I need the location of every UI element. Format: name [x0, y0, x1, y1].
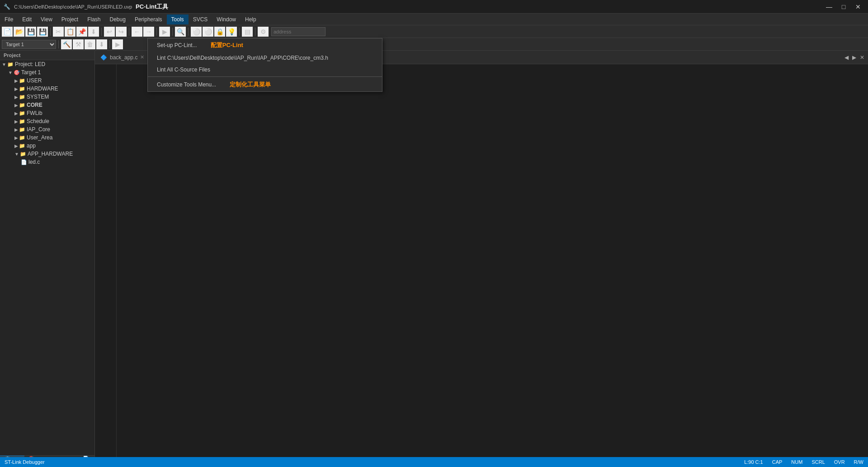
tree-item-user[interactable]: ▶📁USER: [0, 76, 94, 85]
redo-button[interactable]: ↪: [116, 27, 127, 37]
menu-view[interactable]: View: [36, 14, 57, 24]
lint-all-item[interactable]: Lint All C-Source Files: [148, 64, 382, 76]
toolbar1: 📄 📂 💾 💾 ✂ 📋 📌 ⬇ ↩ ↪ ← → ▶ 🔍 ⚪ ⚪ 🔒 💡 ▤ ⚙: [0, 25, 868, 38]
menu-tools[interactable]: Tools: [167, 14, 189, 24]
sep2: [101, 28, 102, 36]
tree-item-target-1[interactable]: ▼🎯Target 1: [0, 68, 94, 76]
start-debug-button[interactable]: ▶: [112, 39, 123, 49]
new-file-button[interactable]: 📄: [2, 27, 13, 37]
close-button[interactable]: ✕: [852, 2, 864, 11]
editor-area: 🔷 back_app.c ✕ 🔷 main_app.c ✕ 🔷 stm32f10…: [95, 51, 868, 467]
sep3: [129, 28, 129, 36]
tree-item-system[interactable]: ▶📁SYSTEM: [0, 93, 94, 101]
title-path: C:\Users\Dell\Desktop\code\IAP_Run\USER\…: [14, 4, 132, 10]
tree-item-iap-core[interactable]: ▶📁IAP_Core: [0, 125, 94, 133]
cfg2[interactable]: ⚙: [258, 27, 269, 37]
tab-scroll-right[interactable]: ▶: [850, 53, 858, 62]
sidebar: Project ▼📁Project: LED▼🎯Target 1▶📁USER▶📁…: [0, 51, 95, 467]
menu-debug[interactable]: Debug: [105, 14, 130, 24]
title-appname: PC-Lint工具: [136, 3, 168, 11]
menu-help[interactable]: Help: [241, 14, 261, 24]
tree-item-schedule[interactable]: ▶📁Schedule: [0, 117, 94, 125]
position-label: L:90 C:1: [744, 459, 763, 465]
tree-item-app[interactable]: ▶📁app: [0, 142, 94, 150]
t2sep2: [109, 40, 110, 48]
load-button[interactable]: ⬇: [88, 27, 99, 37]
dbg4[interactable]: 💡: [226, 27, 237, 37]
paste-button[interactable]: 📌: [76, 27, 87, 37]
tree-item-app-hardware[interactable]: ▼📁APP_HARDWARE: [0, 150, 94, 158]
tab-back-app[interactable]: 🔷 back_app.c ✕: [95, 52, 150, 63]
copy-button[interactable]: 📋: [65, 27, 75, 37]
dropdown-separator: [148, 76, 382, 77]
title-controls: — □ ✕: [823, 2, 864, 11]
customize-item[interactable]: Customize Tools Menu... 定制化工具菜单: [148, 78, 382, 91]
tree-item-core[interactable]: ▶📁CORE: [0, 101, 94, 109]
save-button[interactable]: 💾: [25, 27, 36, 37]
lint-all-label: Lint All C-Source Files: [157, 67, 210, 73]
dbg2[interactable]: ⚪: [203, 27, 213, 37]
tree-item-led-c[interactable]: 📄led.c: [0, 158, 94, 166]
tab-close-back-app[interactable]: ✕: [140, 54, 144, 60]
toolbar2: Target 1 🔨 ⚒ 🗑 ⬇ ▶: [0, 38, 868, 51]
minimize-button[interactable]: —: [823, 2, 835, 11]
clean-button[interactable]: 🗑: [85, 39, 95, 49]
run-button[interactable]: ▶: [159, 27, 170, 37]
menu-peripherals[interactable]: Peripherals: [130, 14, 167, 24]
build-target-button[interactable]: 🔨: [61, 39, 72, 49]
tree-item-project--led[interactable]: ▼📁Project: LED: [0, 60, 94, 68]
app-icon: 🔧: [4, 4, 10, 10]
open-file-button[interactable]: 📂: [14, 27, 24, 37]
lint-file-item[interactable]: Lint C:\Users\Dell\Desktop\code\IAP_Run\…: [148, 52, 382, 64]
sep5: [172, 28, 173, 36]
setup-pclint-item[interactable]: Set-up PC-Lint... 配置PC-Lint: [148, 38, 382, 52]
rw-indicator: R/W: [854, 459, 863, 465]
t2sep1: [58, 40, 59, 48]
main-layout: Project ▼📁Project: LED▼🎯Target 1▶📁USER▶📁…: [0, 51, 868, 467]
scroll-indicator: SCRL: [811, 459, 825, 465]
tab-label: back_app.c: [110, 54, 137, 61]
tab-scroll-left[interactable]: ◀: [843, 53, 850, 62]
customize-chinese: 定制化工具菜单: [230, 81, 271, 89]
undo-button[interactable]: ↩: [104, 27, 115, 37]
sidebar-tree: ▼📁Project: LED▼🎯Target 1▶📁USER▶📁HARDWARE…: [0, 60, 94, 455]
setup-pclint-label: Set-up PC-Lint...: [157, 42, 197, 48]
customize-label: Customize Tools Menu...: [157, 81, 216, 88]
code-editor: [95, 64, 868, 462]
tools-dropdown-menu: Set-up PC-Lint... 配置PC-Lint Lint C:\User…: [147, 38, 382, 92]
sep8: [255, 28, 255, 36]
tab-close-all[interactable]: ✕: [858, 53, 866, 62]
build-all-button[interactable]: ⚒: [73, 39, 84, 49]
tree-item-fwlib[interactable]: ▶📁FWLib: [0, 109, 94, 117]
dbg3[interactable]: 🔒: [214, 27, 225, 37]
code-content[interactable]: [117, 64, 868, 462]
tab-icon: 🔷: [100, 54, 107, 61]
target-select[interactable]: Target 1: [2, 40, 56, 49]
sep1: [50, 28, 51, 36]
menu-window[interactable]: Window: [212, 14, 241, 24]
menu-bar: File Edit View Project Flash Debug Perip…: [0, 14, 868, 25]
search-button[interactable]: 🔍: [175, 27, 186, 37]
status-left: ST-Link Debugger: [5, 459, 45, 465]
menu-edit[interactable]: Edit: [18, 14, 36, 24]
maximize-button[interactable]: □: [837, 2, 850, 11]
back-button[interactable]: ←: [132, 27, 142, 37]
forward-button[interactable]: →: [143, 27, 154, 37]
menu-flash[interactable]: Flash: [83, 14, 105, 24]
menu-file[interactable]: File: [0, 14, 18, 24]
line-numbers: [95, 64, 117, 462]
menu-svcs[interactable]: SVCS: [189, 14, 212, 24]
tree-item-hardware[interactable]: ▶📁HARDWARE: [0, 85, 94, 93]
tree-item-user-area[interactable]: ▶📁User_Area: [0, 133, 94, 142]
sep7: [239, 28, 240, 36]
status-right: L:90 C:1 CAP NUM SCRL OVR R/W: [744, 459, 863, 465]
address-input[interactable]: [271, 27, 326, 36]
dbg1[interactable]: ⚪: [191, 27, 202, 37]
menu-project[interactable]: Project: [57, 14, 83, 24]
save-all-button[interactable]: 💾: [37, 27, 48, 37]
num-indicator: NUM: [791, 459, 802, 465]
cut-button[interactable]: ✂: [53, 27, 64, 37]
download-button[interactable]: ⬇: [96, 39, 107, 49]
tab-scroll-arrows: ◀ ▶ ✕: [841, 53, 868, 62]
cfg1[interactable]: ▤: [242, 27, 253, 37]
